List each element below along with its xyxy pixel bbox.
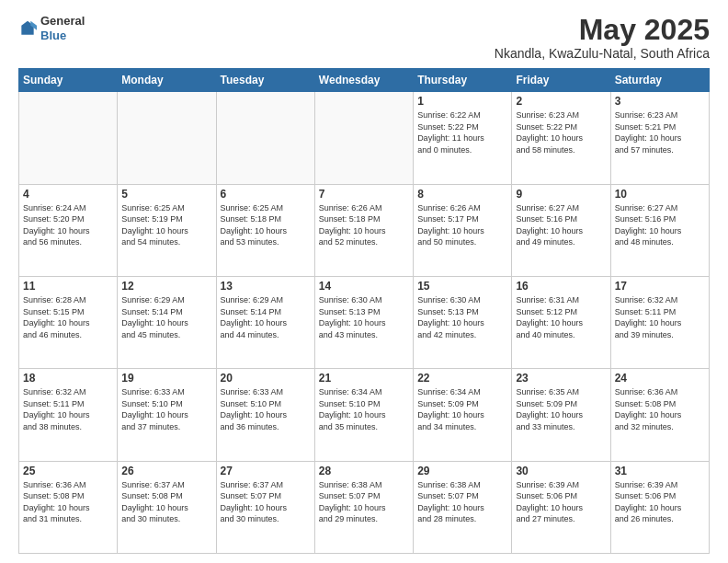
calendar-cell: 14Sunrise: 6:30 AMSunset: 5:13 PMDayligh… <box>314 276 413 368</box>
cell-info: Sunrise: 6:24 AMSunset: 5:20 PMDaylight:… <box>23 202 113 248</box>
day-number: 29 <box>417 465 507 477</box>
cell-info: Sunrise: 6:23 AMSunset: 5:22 PMDaylight:… <box>516 109 606 155</box>
day-number: 16 <box>516 280 606 293</box>
calendar-cell: 5Sunrise: 6:25 AMSunset: 5:19 PMDaylight… <box>118 184 216 276</box>
day-number: 11 <box>23 280 113 293</box>
cell-info: Sunrise: 6:33 AMSunset: 5:10 PMDaylight:… <box>121 386 211 432</box>
logo-general-text: General <box>40 14 85 28</box>
calendar-cell: 9Sunrise: 6:27 AMSunset: 5:16 PMDaylight… <box>512 184 610 276</box>
calendar-cell: 21Sunrise: 6:34 AMSunset: 5:10 PMDayligh… <box>314 369 413 461</box>
cell-info: Sunrise: 6:34 AMSunset: 5:10 PMDaylight:… <box>319 386 409 432</box>
calendar-cell: 6Sunrise: 6:25 AMSunset: 5:18 PMDaylight… <box>216 184 314 276</box>
day-number: 26 <box>121 465 211 477</box>
logo: General Blue <box>18 14 85 42</box>
calendar-header-wednesday: Wednesday <box>314 69 413 92</box>
day-number: 19 <box>121 372 211 385</box>
day-number: 12 <box>121 280 211 293</box>
calendar-cell: 30Sunrise: 6:39 AMSunset: 5:06 PMDayligh… <box>512 461 610 553</box>
cell-info: Sunrise: 6:36 AMSunset: 5:08 PMDaylight:… <box>615 386 705 432</box>
calendar-header-monday: Monday <box>118 69 216 92</box>
day-number: 24 <box>615 372 705 385</box>
calendar-cell: 24Sunrise: 6:36 AMSunset: 5:08 PMDayligh… <box>610 369 709 461</box>
calendar-cell: 25Sunrise: 6:36 AMSunset: 5:08 PMDayligh… <box>19 461 118 553</box>
cell-info: Sunrise: 6:39 AMSunset: 5:06 PMDaylight:… <box>615 479 705 525</box>
calendar-cell: 16Sunrise: 6:31 AMSunset: 5:12 PMDayligh… <box>512 276 610 368</box>
day-number: 5 <box>121 188 211 201</box>
cell-info: Sunrise: 6:28 AMSunset: 5:15 PMDaylight:… <box>23 294 113 340</box>
calendar-cell: 3Sunrise: 6:23 AMSunset: 5:21 PMDaylight… <box>610 92 709 184</box>
calendar-cell: 4Sunrise: 6:24 AMSunset: 5:20 PMDaylight… <box>19 184 118 276</box>
calendar-cell: 23Sunrise: 6:35 AMSunset: 5:09 PMDayligh… <box>512 369 610 461</box>
day-number: 15 <box>417 280 507 293</box>
calendar-cell: 20Sunrise: 6:33 AMSunset: 5:10 PMDayligh… <box>216 369 314 461</box>
calendar-cell <box>216 92 314 184</box>
calendar-week-1: 1Sunrise: 6:22 AMSunset: 5:22 PMDaylight… <box>19 92 710 184</box>
calendar-cell: 2Sunrise: 6:23 AMSunset: 5:22 PMDaylight… <box>512 92 610 184</box>
cell-info: Sunrise: 6:26 AMSunset: 5:18 PMDaylight:… <box>319 202 409 248</box>
day-number: 8 <box>417 188 507 201</box>
cell-info: Sunrise: 6:25 AMSunset: 5:19 PMDaylight:… <box>121 202 211 248</box>
cell-info: Sunrise: 6:32 AMSunset: 5:11 PMDaylight:… <box>23 386 113 432</box>
header: General Blue May 2025 Nkandla, KwaZulu-N… <box>18 14 710 61</box>
calendar-cell: 7Sunrise: 6:26 AMSunset: 5:18 PMDaylight… <box>314 184 413 276</box>
cell-info: Sunrise: 6:39 AMSunset: 5:06 PMDaylight:… <box>516 479 606 525</box>
cell-info: Sunrise: 6:31 AMSunset: 5:12 PMDaylight:… <box>516 294 606 340</box>
day-number: 13 <box>221 280 311 293</box>
cell-info: Sunrise: 6:25 AMSunset: 5:18 PMDaylight:… <box>221 202 311 248</box>
cell-info: Sunrise: 6:26 AMSunset: 5:17 PMDaylight:… <box>417 202 507 248</box>
cell-info: Sunrise: 6:29 AMSunset: 5:14 PMDaylight:… <box>121 294 211 340</box>
day-number: 27 <box>221 465 311 477</box>
day-number: 22 <box>417 372 507 385</box>
cell-info: Sunrise: 6:22 AMSunset: 5:22 PMDaylight:… <box>417 109 507 155</box>
day-number: 23 <box>516 372 606 385</box>
calendar-cell <box>118 92 216 184</box>
calendar-cell: 27Sunrise: 6:37 AMSunset: 5:07 PMDayligh… <box>216 461 314 553</box>
day-number: 31 <box>615 465 705 477</box>
calendar-week-3: 11Sunrise: 6:28 AMSunset: 5:15 PMDayligh… <box>19 276 710 368</box>
calendar-cell: 17Sunrise: 6:32 AMSunset: 5:11 PMDayligh… <box>610 276 709 368</box>
cell-info: Sunrise: 6:38 AMSunset: 5:07 PMDaylight:… <box>319 479 409 525</box>
cell-info: Sunrise: 6:36 AMSunset: 5:08 PMDaylight:… <box>23 479 113 525</box>
day-number: 6 <box>221 188 311 201</box>
calendar-cell: 29Sunrise: 6:38 AMSunset: 5:07 PMDayligh… <box>414 461 512 553</box>
cell-info: Sunrise: 6:27 AMSunset: 5:16 PMDaylight:… <box>516 202 606 248</box>
calendar-cell: 15Sunrise: 6:30 AMSunset: 5:13 PMDayligh… <box>414 276 512 368</box>
cell-info: Sunrise: 6:37 AMSunset: 5:08 PMDaylight:… <box>121 479 211 525</box>
cell-info: Sunrise: 6:32 AMSunset: 5:11 PMDaylight:… <box>615 294 705 340</box>
calendar-header-tuesday: Tuesday <box>216 69 314 92</box>
calendar-cell: 26Sunrise: 6:37 AMSunset: 5:08 PMDayligh… <box>118 461 216 553</box>
cell-info: Sunrise: 6:23 AMSunset: 5:21 PMDaylight:… <box>615 109 705 155</box>
day-number: 4 <box>23 188 113 201</box>
day-number: 1 <box>417 95 507 108</box>
calendar-week-4: 18Sunrise: 6:32 AMSunset: 5:11 PMDayligh… <box>19 369 710 461</box>
calendar-table: SundayMondayTuesdayWednesdayThursdayFrid… <box>18 68 710 554</box>
cell-info: Sunrise: 6:38 AMSunset: 5:07 PMDaylight:… <box>417 479 507 525</box>
calendar-cell: 1Sunrise: 6:22 AMSunset: 5:22 PMDaylight… <box>414 92 512 184</box>
calendar-cell: 31Sunrise: 6:39 AMSunset: 5:06 PMDayligh… <box>610 461 709 553</box>
calendar-cell <box>314 92 413 184</box>
calendar-cell: 18Sunrise: 6:32 AMSunset: 5:11 PMDayligh… <box>19 369 118 461</box>
day-number: 21 <box>319 372 409 385</box>
calendar-cell: 28Sunrise: 6:38 AMSunset: 5:07 PMDayligh… <box>314 461 413 553</box>
day-number: 25 <box>23 465 113 477</box>
calendar-header-sunday: Sunday <box>19 69 118 92</box>
day-number: 9 <box>516 188 606 201</box>
logo-icon <box>18 19 37 38</box>
day-number: 18 <box>23 372 113 385</box>
cell-info: Sunrise: 6:37 AMSunset: 5:07 PMDaylight:… <box>221 479 311 525</box>
calendar-header-friday: Friday <box>512 69 610 92</box>
calendar-week-5: 25Sunrise: 6:36 AMSunset: 5:08 PMDayligh… <box>19 461 710 553</box>
cell-info: Sunrise: 6:34 AMSunset: 5:09 PMDaylight:… <box>417 386 507 432</box>
calendar-cell: 12Sunrise: 6:29 AMSunset: 5:14 PMDayligh… <box>118 276 216 368</box>
calendar-cell: 8Sunrise: 6:26 AMSunset: 5:17 PMDaylight… <box>414 184 512 276</box>
cell-info: Sunrise: 6:33 AMSunset: 5:10 PMDaylight:… <box>221 386 311 432</box>
cell-info: Sunrise: 6:29 AMSunset: 5:14 PMDaylight:… <box>221 294 311 340</box>
calendar-cell: 10Sunrise: 6:27 AMSunset: 5:16 PMDayligh… <box>610 184 709 276</box>
month-title: May 2025 <box>495 14 710 46</box>
calendar-cell: 19Sunrise: 6:33 AMSunset: 5:10 PMDayligh… <box>118 369 216 461</box>
calendar-cell: 11Sunrise: 6:28 AMSunset: 5:15 PMDayligh… <box>19 276 118 368</box>
day-number: 10 <box>615 188 705 201</box>
calendar-header-saturday: Saturday <box>610 69 709 92</box>
day-number: 14 <box>319 280 409 293</box>
day-number: 17 <box>615 280 705 293</box>
